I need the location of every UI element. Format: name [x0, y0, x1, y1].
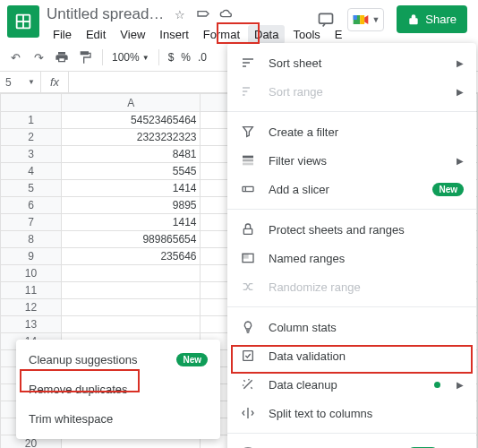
star-icon[interactable]: ☆	[173, 7, 187, 22]
cell[interactable]: 1414	[61, 214, 201, 231]
menu-data-validation[interactable]: Data validation	[227, 341, 476, 370]
svg-marker-6	[365, 15, 369, 24]
filter-views-icon	[240, 152, 256, 168]
meet-button[interactable]: ▼	[347, 8, 384, 31]
menu-file[interactable]: File	[47, 25, 78, 44]
submenu-cleanup-suggestions[interactable]: Cleanup suggestions New	[16, 345, 220, 375]
svg-rect-5	[361, 15, 365, 24]
cell[interactable]: 5545	[61, 163, 201, 180]
menu-add-slicer[interactable]: Add a slicer New	[227, 175, 476, 203]
menu-insert[interactable]: Insert	[153, 25, 195, 44]
svg-rect-3	[320, 13, 333, 23]
paint-format-icon[interactable]	[77, 49, 93, 65]
share-button[interactable]: Share	[397, 5, 467, 33]
column-header-a[interactable]: A	[61, 94, 201, 112]
row-header[interactable]: 8	[1, 231, 62, 248]
decimal-button[interactable]: .0	[198, 51, 207, 64]
print-icon[interactable]	[54, 49, 70, 65]
menu-sort-sheet[interactable]: Sort sheet ▶	[227, 48, 476, 77]
row-header[interactable]: 5	[1, 180, 62, 197]
cell[interactable]: 9895	[61, 197, 201, 214]
slicer-icon	[240, 181, 256, 197]
new-badge: New	[176, 353, 208, 366]
data-cleanup-submenu: Cleanup suggestions New Remove duplicate…	[16, 340, 220, 439]
submenu-arrow-icon: ▶	[457, 58, 464, 68]
menubar: File Edit View Insert Format Data Tools …	[47, 25, 317, 44]
currency-button[interactable]: $	[168, 51, 175, 64]
row-header[interactable]: 1	[1, 112, 62, 129]
menu-randomize-range: Randomize range	[227, 272, 476, 301]
svg-rect-16	[243, 351, 253, 361]
menu-view[interactable]: View	[114, 25, 151, 44]
submenu-trim-whitespace[interactable]: Trim whitespace	[16, 404, 220, 434]
fx-label: fx	[41, 72, 69, 92]
zoom-select[interactable]: 100% ▼	[112, 51, 149, 64]
cell[interactable]: 235646	[61, 248, 201, 265]
title-area: Untitled spread… ☆ File Edit View Insert…	[47, 5, 317, 44]
row-header[interactable]: 13	[1, 316, 62, 333]
new-badge: New	[432, 183, 464, 196]
row-header[interactable]: 7	[1, 214, 62, 231]
cell[interactable]	[61, 299, 201, 316]
menu-data-connectors[interactable]: Data connectors New ▶	[227, 439, 476, 448]
cell[interactable]: 8481	[61, 146, 201, 163]
row-header[interactable]: 3	[1, 146, 62, 163]
green-dot-icon	[434, 382, 440, 388]
svg-rect-10	[243, 163, 253, 166]
row-header[interactable]: 9	[1, 248, 62, 265]
cell[interactable]: 1414	[61, 180, 201, 197]
menu-split-text[interactable]: Split text to columns	[227, 399, 476, 427]
cell[interactable]	[61, 282, 201, 299]
svg-rect-15	[243, 254, 248, 258]
wand-icon	[240, 376, 256, 392]
cell[interactable]	[61, 316, 201, 333]
menu-data[interactable]: Data	[248, 25, 285, 44]
menu-edit[interactable]: Edit	[80, 25, 112, 44]
cell[interactable]: 2323232323	[61, 129, 201, 146]
percent-button[interactable]: %	[181, 51, 191, 64]
menu-data-cleanup[interactable]: Data cleanup ▶	[227, 370, 476, 399]
cell[interactable]: 989865654	[61, 231, 201, 248]
move-icon[interactable]	[196, 7, 210, 22]
submenu-arrow-icon: ▶	[457, 87, 464, 97]
submenu-arrow-icon: ▶	[457, 380, 464, 390]
header-right: ▼ Share	[317, 5, 471, 33]
menu-named-ranges[interactable]: Named ranges	[227, 244, 476, 272]
cloud-icon[interactable]	[219, 7, 234, 22]
svg-rect-13	[243, 228, 252, 234]
menu-column-stats[interactable]: Column stats	[227, 313, 476, 341]
undo-icon[interactable]: ↶	[7, 49, 23, 65]
row-header[interactable]: 12	[1, 299, 62, 316]
sheets-logo[interactable]	[7, 5, 39, 38]
svg-rect-8	[243, 156, 253, 159]
menu-create-filter[interactable]: Create a filter	[227, 117, 476, 146]
menu-filter-views[interactable]: Filter views ▶	[227, 146, 476, 175]
lock-icon	[240, 221, 256, 237]
cell[interactable]	[61, 265, 201, 282]
menu-protect-sheets[interactable]: Protect sheets and ranges	[227, 215, 476, 244]
sort-sheet-icon	[240, 55, 256, 71]
named-ranges-icon	[240, 250, 256, 266]
row-header[interactable]: 4	[1, 163, 62, 180]
select-all-corner[interactable]	[1, 94, 62, 112]
comments-icon[interactable]	[317, 11, 335, 29]
document-title[interactable]: Untitled spread…	[47, 5, 164, 23]
row-header[interactable]: 10	[1, 265, 62, 282]
submenu-remove-duplicates[interactable]: Remove duplicates	[16, 375, 220, 404]
filter-icon	[240, 124, 256, 140]
submenu-arrow-icon: ▶	[457, 156, 464, 166]
row-header[interactable]: 2	[1, 129, 62, 146]
row-header[interactable]: 6	[1, 197, 62, 214]
menu-sort-range: Sort range ▶	[227, 77, 476, 106]
share-label: Share	[425, 13, 457, 26]
cell[interactable]: 54523465464	[61, 112, 201, 129]
chevron-down-icon: ▼	[371, 15, 380, 24]
sort-range-icon	[240, 83, 256, 99]
name-box[interactable]: 5 ▼	[0, 72, 41, 92]
randomize-icon	[240, 279, 256, 295]
svg-rect-11	[243, 186, 253, 191]
redo-icon[interactable]: ↷	[30, 49, 47, 65]
row-header[interactable]: 11	[1, 282, 62, 299]
menu-format[interactable]: Format	[197, 25, 246, 44]
svg-rect-7	[354, 15, 357, 20]
